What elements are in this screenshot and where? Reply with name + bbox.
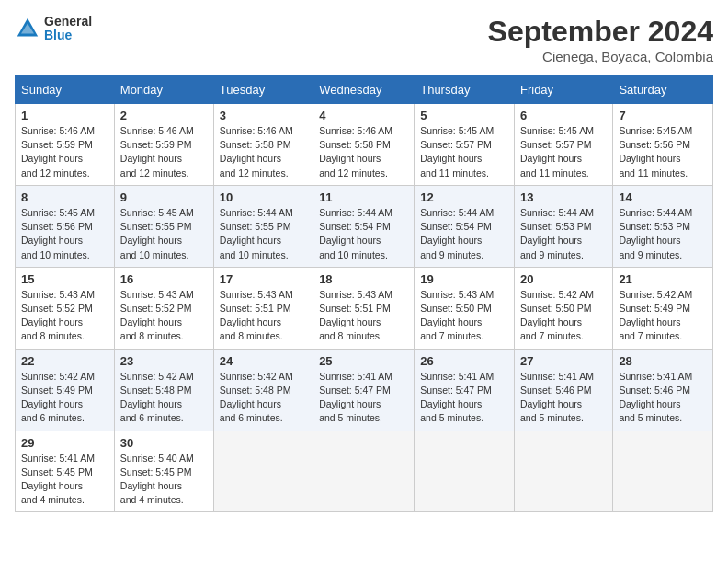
day-detail: Sunrise: 5:42 AMSunset: 5:49 PMDaylight … <box>619 288 707 344</box>
week-row-4: 22Sunrise: 5:42 AMSunset: 5:49 PMDayligh… <box>16 349 713 431</box>
calendar-cell: 21Sunrise: 5:42 AMSunset: 5:49 PMDayligh… <box>613 267 713 349</box>
week-row-2: 8Sunrise: 5:45 AMSunset: 5:56 PMDaylight… <box>16 185 713 267</box>
calendar-cell: 13Sunrise: 5:44 AMSunset: 5:53 PMDayligh… <box>514 185 612 267</box>
logo: General Blue <box>15 15 92 43</box>
day-number: 28 <box>619 354 707 368</box>
day-number: 11 <box>319 190 408 204</box>
day-number: 25 <box>319 354 408 368</box>
day-detail: Sunrise: 5:41 AMSunset: 5:45 PMDaylight … <box>21 452 108 508</box>
calendar-cell: 4Sunrise: 5:46 AMSunset: 5:58 PMDaylight… <box>313 104 415 186</box>
day-detail: Sunrise: 5:41 AMSunset: 5:47 PMDaylight … <box>420 370 508 426</box>
calendar-cell: 7Sunrise: 5:45 AMSunset: 5:56 PMDaylight… <box>613 104 713 186</box>
day-number: 19 <box>420 272 508 286</box>
day-number: 29 <box>21 436 108 450</box>
day-number: 24 <box>220 354 307 368</box>
calendar-table: SundayMondayTuesdayWednesdayThursdayFrid… <box>15 75 713 512</box>
day-number: 6 <box>520 109 607 122</box>
day-number: 20 <box>520 272 607 286</box>
calendar-cell: 26Sunrise: 5:41 AMSunset: 5:47 PMDayligh… <box>415 349 515 431</box>
day-detail: Sunrise: 5:45 AMSunset: 5:57 PMDaylight … <box>420 124 508 180</box>
calendar-cell: 25Sunrise: 5:41 AMSunset: 5:47 PMDayligh… <box>313 349 415 431</box>
title-area: September 2024 Cienega, Boyaca, Colombia <box>488 15 713 64</box>
day-detail: Sunrise: 5:42 AMSunset: 5:50 PMDaylight … <box>520 288 607 344</box>
calendar-cell: 12Sunrise: 5:44 AMSunset: 5:54 PMDayligh… <box>415 185 515 267</box>
calendar-cell: 1Sunrise: 5:46 AMSunset: 5:59 PMDaylight… <box>16 104 115 186</box>
day-number: 22 <box>21 354 108 368</box>
day-number: 30 <box>120 436 208 450</box>
day-number: 8 <box>21 190 108 204</box>
calendar-cell: 22Sunrise: 5:42 AMSunset: 5:49 PMDayligh… <box>16 349 115 431</box>
day-number: 10 <box>220 190 307 204</box>
day-number: 14 <box>619 190 707 204</box>
weekday-sunday: Sunday <box>16 76 115 104</box>
day-detail: Sunrise: 5:44 AMSunset: 5:55 PMDaylight … <box>220 206 307 262</box>
day-detail: Sunrise: 5:43 AMSunset: 5:51 PMDaylight … <box>319 288 408 344</box>
day-detail: Sunrise: 5:41 AMSunset: 5:47 PMDaylight … <box>319 370 408 426</box>
day-number: 4 <box>319 109 408 122</box>
day-number: 18 <box>319 272 408 286</box>
calendar-cell: 19Sunrise: 5:43 AMSunset: 5:50 PMDayligh… <box>415 267 515 349</box>
day-detail: Sunrise: 5:42 AMSunset: 5:49 PMDaylight … <box>21 370 108 426</box>
day-number: 23 <box>120 354 208 368</box>
calendar-cell: 30Sunrise: 5:40 AMSunset: 5:45 PMDayligh… <box>114 431 213 512</box>
day-number: 2 <box>120 109 208 122</box>
day-number: 21 <box>619 272 707 286</box>
calendar-cell: 2Sunrise: 5:46 AMSunset: 5:59 PMDaylight… <box>114 104 213 186</box>
day-detail: Sunrise: 5:43 AMSunset: 5:50 PMDaylight … <box>420 288 508 344</box>
day-number: 17 <box>220 272 307 286</box>
calendar-cell: 3Sunrise: 5:46 AMSunset: 5:58 PMDaylight… <box>213 104 313 186</box>
day-number: 1 <box>21 109 108 122</box>
day-number: 16 <box>120 272 208 286</box>
calendar-cell: 28Sunrise: 5:41 AMSunset: 5:46 PMDayligh… <box>613 349 713 431</box>
day-number: 15 <box>21 272 108 286</box>
day-number: 5 <box>420 109 508 122</box>
day-detail: Sunrise: 5:45 AMSunset: 5:57 PMDaylight … <box>520 124 607 180</box>
calendar-cell: 17Sunrise: 5:43 AMSunset: 5:51 PMDayligh… <box>213 267 313 349</box>
logo-blue: Blue <box>44 29 92 42</box>
day-detail: Sunrise: 5:46 AMSunset: 5:58 PMDaylight … <box>220 124 307 180</box>
weekday-saturday: Saturday <box>613 76 713 104</box>
week-row-5: 29Sunrise: 5:41 AMSunset: 5:45 PMDayligh… <box>16 431 713 512</box>
day-number: 13 <box>520 190 607 204</box>
calendar-cell: 23Sunrise: 5:42 AMSunset: 5:48 PMDayligh… <box>114 349 213 431</box>
day-detail: Sunrise: 5:40 AMSunset: 5:45 PMDaylight … <box>120 452 208 508</box>
calendar-cell: 29Sunrise: 5:41 AMSunset: 5:45 PMDayligh… <box>16 431 115 512</box>
day-number: 26 <box>420 354 508 368</box>
calendar-cell: 15Sunrise: 5:43 AMSunset: 5:52 PMDayligh… <box>16 267 115 349</box>
day-number: 12 <box>420 190 508 204</box>
calendar-cell: 9Sunrise: 5:45 AMSunset: 5:55 PMDaylight… <box>114 185 213 267</box>
weekday-wednesday: Wednesday <box>313 76 415 104</box>
day-detail: Sunrise: 5:44 AMSunset: 5:54 PMDaylight … <box>319 206 408 262</box>
day-detail: Sunrise: 5:46 AMSunset: 5:58 PMDaylight … <box>319 124 408 180</box>
calendar-cell: 27Sunrise: 5:41 AMSunset: 5:46 PMDayligh… <box>514 349 612 431</box>
day-number: 3 <box>220 109 307 122</box>
calendar-cell: 14Sunrise: 5:44 AMSunset: 5:53 PMDayligh… <box>613 185 713 267</box>
calendar-cell: 18Sunrise: 5:43 AMSunset: 5:51 PMDayligh… <box>313 267 415 349</box>
calendar-cell: 20Sunrise: 5:42 AMSunset: 5:50 PMDayligh… <box>514 267 612 349</box>
calendar-cell <box>313 431 415 512</box>
day-number: 7 <box>619 109 707 122</box>
weekday-header-row: SundayMondayTuesdayWednesdayThursdayFrid… <box>16 76 713 104</box>
header: General Blue September 2024 Cienega, Boy… <box>15 15 713 64</box>
calendar-cell <box>613 431 713 512</box>
logo-general: General <box>44 15 92 29</box>
day-detail: Sunrise: 5:45 AMSunset: 5:55 PMDaylight … <box>120 206 208 262</box>
day-detail: Sunrise: 5:43 AMSunset: 5:52 PMDaylight … <box>120 288 208 344</box>
day-detail: Sunrise: 5:44 AMSunset: 5:54 PMDaylight … <box>420 206 508 262</box>
calendar-cell: 10Sunrise: 5:44 AMSunset: 5:55 PMDayligh… <box>213 185 313 267</box>
day-detail: Sunrise: 5:44 AMSunset: 5:53 PMDaylight … <box>520 206 607 262</box>
logo-text: General Blue <box>44 15 92 43</box>
weekday-monday: Monday <box>114 76 213 104</box>
month-title: September 2024 <box>488 15 713 49</box>
calendar-cell <box>415 431 515 512</box>
calendar-cell <box>213 431 313 512</box>
day-detail: Sunrise: 5:45 AMSunset: 5:56 PMDaylight … <box>21 206 108 262</box>
week-row-3: 15Sunrise: 5:43 AMSunset: 5:52 PMDayligh… <box>16 267 713 349</box>
calendar-cell: 8Sunrise: 5:45 AMSunset: 5:56 PMDaylight… <box>16 185 115 267</box>
calendar-cell: 11Sunrise: 5:44 AMSunset: 5:54 PMDayligh… <box>313 185 415 267</box>
weekday-tuesday: Tuesday <box>213 76 313 104</box>
calendar-cell <box>514 431 612 512</box>
day-detail: Sunrise: 5:43 AMSunset: 5:52 PMDaylight … <box>21 288 108 344</box>
day-detail: Sunrise: 5:46 AMSunset: 5:59 PMDaylight … <box>120 124 208 180</box>
calendar-cell: 24Sunrise: 5:42 AMSunset: 5:48 PMDayligh… <box>213 349 313 431</box>
